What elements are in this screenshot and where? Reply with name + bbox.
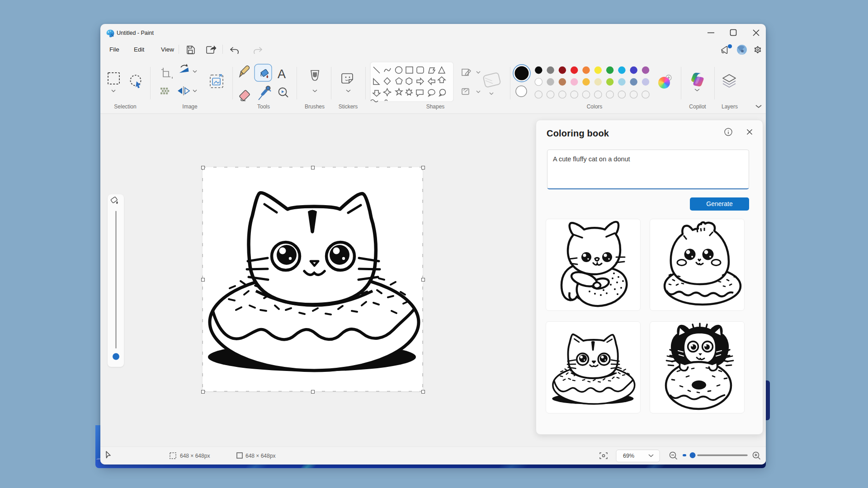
svg-text:69%: 69% (623, 453, 634, 459)
svg-text:A: A (278, 67, 286, 81)
